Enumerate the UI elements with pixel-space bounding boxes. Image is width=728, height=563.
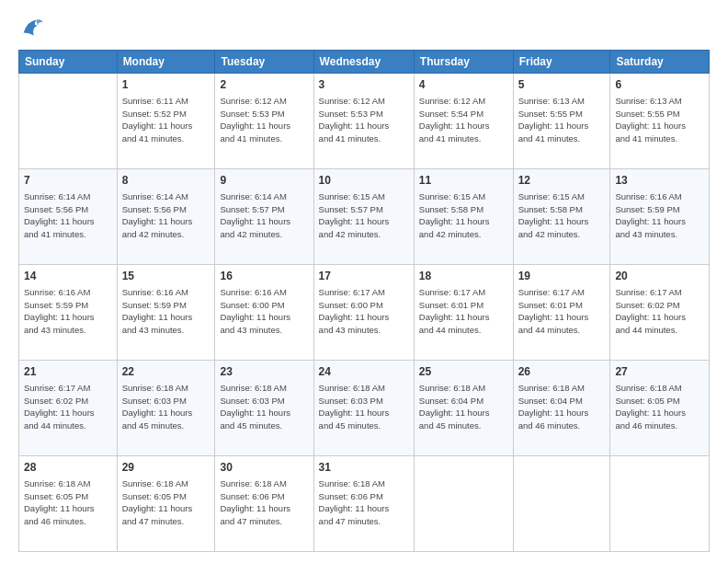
day-info: Sunrise: 6:15 AM Sunset: 5:57 PM Dayligh… bbox=[319, 190, 409, 241]
weekday-header-thursday: Thursday bbox=[414, 51, 513, 74]
day-info: Sunrise: 6:15 AM Sunset: 5:58 PM Dayligh… bbox=[419, 190, 508, 241]
weekday-header-sunday: Sunday bbox=[19, 51, 118, 74]
calendar-cell bbox=[610, 456, 710, 552]
page: SundayMondayTuesdayWednesdayThursdayFrid… bbox=[0, 0, 728, 563]
calendar-cell: 20Sunrise: 6:17 AM Sunset: 6:02 PM Dayli… bbox=[610, 265, 710, 361]
day-number: 4 bbox=[419, 77, 508, 93]
day-info: Sunrise: 6:18 AM Sunset: 6:06 PM Dayligh… bbox=[319, 477, 409, 528]
calendar-cell: 19Sunrise: 6:17 AM Sunset: 6:01 PM Dayli… bbox=[513, 265, 610, 361]
day-info: Sunrise: 6:16 AM Sunset: 5:59 PM Dayligh… bbox=[24, 286, 112, 337]
day-number: 24 bbox=[319, 364, 409, 380]
calendar-cell: 4Sunrise: 6:12 AM Sunset: 5:54 PM Daylig… bbox=[414, 74, 513, 169]
calendar-cell: 23Sunrise: 6:18 AM Sunset: 6:03 PM Dayli… bbox=[215, 361, 313, 456]
calendar-cell: 25Sunrise: 6:18 AM Sunset: 6:04 PM Dayli… bbox=[414, 361, 513, 456]
calendar-cell: 2Sunrise: 6:12 AM Sunset: 5:53 PM Daylig… bbox=[215, 74, 313, 169]
day-number: 11 bbox=[419, 173, 508, 189]
day-info: Sunrise: 6:17 AM Sunset: 6:02 PM Dayligh… bbox=[615, 286, 704, 337]
calendar-cell: 22Sunrise: 6:18 AM Sunset: 6:03 PM Dayli… bbox=[117, 361, 215, 456]
logo-icon bbox=[18, 15, 44, 40]
day-info: Sunrise: 6:17 AM Sunset: 6:01 PM Dayligh… bbox=[419, 286, 508, 337]
day-number: 25 bbox=[419, 364, 508, 380]
day-number: 7 bbox=[24, 173, 112, 189]
day-number: 21 bbox=[24, 364, 112, 380]
day-info: Sunrise: 6:16 AM Sunset: 6:00 PM Dayligh… bbox=[220, 286, 308, 337]
day-number: 5 bbox=[518, 77, 606, 93]
day-number: 18 bbox=[419, 269, 508, 284]
calendar-cell: 3Sunrise: 6:12 AM Sunset: 5:53 PM Daylig… bbox=[313, 74, 414, 169]
calendar-cell: 12Sunrise: 6:15 AM Sunset: 5:58 PM Dayli… bbox=[513, 169, 610, 265]
calendar-cell: 1Sunrise: 6:11 AM Sunset: 5:52 PM Daylig… bbox=[117, 74, 215, 169]
day-number: 8 bbox=[122, 173, 210, 189]
day-number: 30 bbox=[220, 460, 308, 476]
day-number: 29 bbox=[122, 460, 210, 476]
weekday-header-wednesday: Wednesday bbox=[313, 51, 414, 74]
day-info: Sunrise: 6:12 AM Sunset: 5:53 PM Dayligh… bbox=[319, 95, 409, 145]
calendar-cell: 26Sunrise: 6:18 AM Sunset: 6:04 PM Dayli… bbox=[513, 361, 610, 456]
week-row-2: 7Sunrise: 6:14 AM Sunset: 5:56 PM Daylig… bbox=[19, 169, 710, 265]
calendar-cell: 24Sunrise: 6:18 AM Sunset: 6:03 PM Dayli… bbox=[313, 361, 414, 456]
calendar-cell bbox=[513, 456, 610, 552]
day-number: 26 bbox=[518, 364, 606, 380]
calendar-cell: 16Sunrise: 6:16 AM Sunset: 6:00 PM Dayli… bbox=[215, 265, 313, 361]
week-row-5: 28Sunrise: 6:18 AM Sunset: 6:05 PM Dayli… bbox=[19, 456, 710, 552]
calendar-cell: 31Sunrise: 6:18 AM Sunset: 6:06 PM Dayli… bbox=[313, 456, 414, 552]
calendar-cell: 8Sunrise: 6:14 AM Sunset: 5:56 PM Daylig… bbox=[117, 169, 215, 265]
day-number: 6 bbox=[615, 77, 704, 93]
day-number: 3 bbox=[319, 77, 409, 93]
day-info: Sunrise: 6:18 AM Sunset: 6:03 PM Dayligh… bbox=[220, 382, 308, 432]
day-info: Sunrise: 6:17 AM Sunset: 6:00 PM Dayligh… bbox=[319, 286, 409, 337]
day-info: Sunrise: 6:15 AM Sunset: 5:58 PM Dayligh… bbox=[518, 190, 606, 241]
day-info: Sunrise: 6:18 AM Sunset: 6:05 PM Dayligh… bbox=[122, 477, 210, 528]
day-info: Sunrise: 6:18 AM Sunset: 6:05 PM Dayligh… bbox=[615, 382, 704, 432]
day-info: Sunrise: 6:16 AM Sunset: 5:59 PM Dayligh… bbox=[122, 286, 210, 337]
day-number: 10 bbox=[319, 173, 409, 189]
calendar-cell: 29Sunrise: 6:18 AM Sunset: 6:05 PM Dayli… bbox=[117, 456, 215, 552]
day-info: Sunrise: 6:13 AM Sunset: 5:55 PM Dayligh… bbox=[518, 95, 606, 145]
calendar-cell: 11Sunrise: 6:15 AM Sunset: 5:58 PM Dayli… bbox=[414, 169, 513, 265]
day-info: Sunrise: 6:18 AM Sunset: 6:03 PM Dayligh… bbox=[122, 382, 210, 432]
calendar-cell bbox=[19, 74, 118, 169]
day-number: 27 bbox=[615, 364, 704, 380]
day-number: 12 bbox=[518, 173, 606, 189]
day-number: 2 bbox=[220, 77, 308, 93]
day-info: Sunrise: 6:11 AM Sunset: 5:52 PM Dayligh… bbox=[122, 95, 210, 145]
day-info: Sunrise: 6:18 AM Sunset: 6:05 PM Dayligh… bbox=[24, 477, 112, 528]
day-number: 31 bbox=[319, 460, 409, 476]
calendar-cell: 9Sunrise: 6:14 AM Sunset: 5:57 PM Daylig… bbox=[215, 169, 313, 265]
calendar-cell: 18Sunrise: 6:17 AM Sunset: 6:01 PM Dayli… bbox=[414, 265, 513, 361]
calendar-cell: 21Sunrise: 6:17 AM Sunset: 6:02 PM Dayli… bbox=[19, 361, 118, 456]
weekday-header-tuesday: Tuesday bbox=[215, 51, 313, 74]
day-info: Sunrise: 6:14 AM Sunset: 5:56 PM Dayligh… bbox=[24, 190, 112, 241]
weekday-header-row: SundayMondayTuesdayWednesdayThursdayFrid… bbox=[19, 51, 710, 74]
day-number: 22 bbox=[122, 364, 210, 380]
logo bbox=[18, 15, 48, 40]
weekday-header-saturday: Saturday bbox=[610, 51, 710, 74]
day-number: 14 bbox=[24, 269, 112, 284]
calendar-cell: 14Sunrise: 6:16 AM Sunset: 5:59 PM Dayli… bbox=[19, 265, 118, 361]
week-row-1: 1Sunrise: 6:11 AM Sunset: 5:52 PM Daylig… bbox=[19, 74, 710, 169]
calendar-cell: 27Sunrise: 6:18 AM Sunset: 6:05 PM Dayli… bbox=[610, 361, 710, 456]
day-info: Sunrise: 6:12 AM Sunset: 5:53 PM Dayligh… bbox=[220, 95, 308, 145]
day-number: 20 bbox=[615, 269, 704, 284]
day-number: 13 bbox=[615, 173, 704, 189]
day-number: 19 bbox=[518, 269, 606, 284]
header bbox=[18, 15, 710, 40]
day-number: 23 bbox=[220, 364, 308, 380]
week-row-4: 21Sunrise: 6:17 AM Sunset: 6:02 PM Dayli… bbox=[19, 361, 710, 456]
day-number: 1 bbox=[122, 77, 210, 93]
day-info: Sunrise: 6:12 AM Sunset: 5:54 PM Dayligh… bbox=[419, 95, 508, 145]
calendar-cell: 10Sunrise: 6:15 AM Sunset: 5:57 PM Dayli… bbox=[313, 169, 414, 265]
calendar-cell: 5Sunrise: 6:13 AM Sunset: 5:55 PM Daylig… bbox=[513, 74, 610, 169]
week-row-3: 14Sunrise: 6:16 AM Sunset: 5:59 PM Dayli… bbox=[19, 265, 710, 361]
day-info: Sunrise: 6:18 AM Sunset: 6:04 PM Dayligh… bbox=[518, 382, 606, 432]
day-info: Sunrise: 6:18 AM Sunset: 6:04 PM Dayligh… bbox=[419, 382, 508, 432]
day-info: Sunrise: 6:16 AM Sunset: 5:59 PM Dayligh… bbox=[615, 190, 704, 241]
day-info: Sunrise: 6:17 AM Sunset: 6:02 PM Dayligh… bbox=[24, 382, 112, 432]
day-number: 9 bbox=[220, 173, 308, 189]
calendar-cell: 30Sunrise: 6:18 AM Sunset: 6:06 PM Dayli… bbox=[215, 456, 313, 552]
calendar-cell: 13Sunrise: 6:16 AM Sunset: 5:59 PM Dayli… bbox=[610, 169, 710, 265]
day-info: Sunrise: 6:18 AM Sunset: 6:06 PM Dayligh… bbox=[220, 477, 308, 528]
calendar-cell: 28Sunrise: 6:18 AM Sunset: 6:05 PM Dayli… bbox=[19, 456, 118, 552]
weekday-header-monday: Monday bbox=[117, 51, 215, 74]
calendar-table: SundayMondayTuesdayWednesdayThursdayFrid… bbox=[18, 50, 710, 552]
